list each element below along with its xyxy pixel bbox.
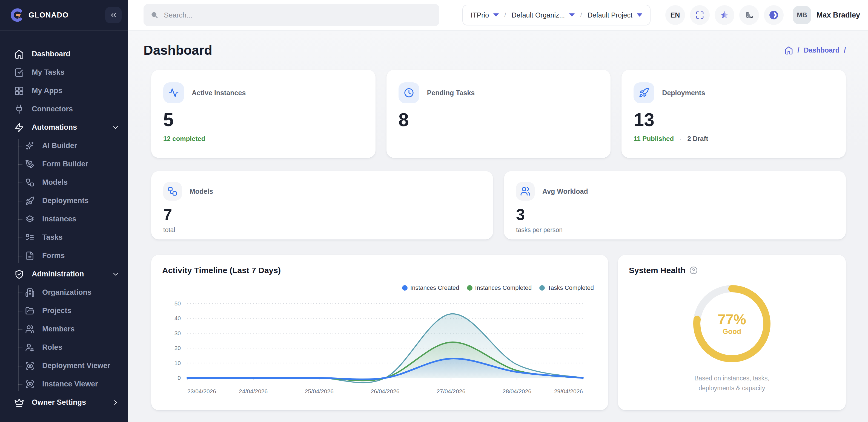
sidebar-item-instance-viewer[interactable]: Instance Viewer: [0, 375, 128, 393]
check-square-icon: [14, 68, 24, 77]
stat-label: Deployments: [662, 89, 705, 97]
sidebar-item-label: Tasks: [42, 233, 63, 242]
sidebar-item-automations[interactable]: Automations: [0, 118, 128, 136]
sidebar-item-connectors[interactable]: Connectors: [0, 100, 128, 118]
rocket-icon: [639, 88, 649, 98]
fullscreen-button[interactable]: [690, 5, 710, 25]
legend-item[interactable]: Tasks Completed: [539, 284, 594, 291]
sidebar-item-members[interactable]: Members: [0, 320, 128, 338]
svg-text:25/04/2026: 25/04/2026: [305, 388, 334, 394]
legend-item[interactable]: Instances Completed: [467, 284, 532, 291]
sidebar-item-label: Administration: [32, 270, 112, 278]
sidebar-item-label: Dashboard: [32, 50, 119, 58]
sidebar-item-label: Members: [42, 325, 75, 333]
project-selector[interactable]: Default Project: [588, 11, 642, 19]
sidebar-item-instances[interactable]: Instances: [0, 210, 128, 228]
stat-label: Pending Tasks: [427, 89, 475, 97]
users-icon: [520, 186, 531, 196]
main-area: ITPrio / Default Organiz... / Default Pr…: [128, 0, 868, 422]
sidebar-item-models[interactable]: Models: [0, 173, 128, 192]
stat-footer: 12 completed: [163, 135, 364, 142]
sparkles-icon: [25, 141, 34, 151]
sidebar-item-label: Organizations: [42, 288, 92, 297]
svg-text:27/04/2026: 27/04/2026: [437, 388, 465, 394]
contrast-button[interactable]: [764, 5, 784, 25]
chevron-down-icon: [112, 270, 119, 278]
search-icon: [150, 10, 159, 20]
breadcrumb-current[interactable]: Dashboard: [804, 46, 839, 54]
models-card: Models 7 total: [151, 171, 493, 239]
organization-selector-label: Default Organiz...: [512, 11, 565, 19]
dashboard-rows: Active Instances 5 12 completed Pending …: [128, 68, 868, 410]
sidebar-item-projects[interactable]: Projects: [0, 301, 128, 320]
health-gauge: 77% Good: [691, 283, 773, 365]
sidebar-item-forms[interactable]: Forms: [0, 247, 128, 265]
caret-down-icon: [637, 13, 642, 17]
star-icon: [719, 10, 730, 20]
rocket-icon: [25, 196, 34, 205]
page-head: Dashboard / Dashboard /: [128, 31, 868, 68]
home-icon: [14, 49, 24, 59]
sidebar-item-my-tasks[interactable]: My Tasks: [0, 63, 128, 82]
caret-down-icon: [493, 13, 499, 17]
plug-icon: [14, 104, 24, 114]
favorites-button[interactable]: [715, 5, 734, 25]
activity-timeline-chart[interactable]: 0102030405023/04/202624/04/202625/04/202…: [162, 295, 598, 408]
folder-open-icon: [25, 306, 34, 316]
sidebar-item-label: Deployments: [42, 196, 89, 205]
project-selector-label: Default Project: [588, 11, 632, 19]
app-selector[interactable]: ITPrio: [471, 11, 499, 19]
sidebar-item-form-builder[interactable]: Form Builder: [0, 155, 128, 173]
user-menu[interactable]: MB Max Bradley: [793, 6, 860, 24]
svg-text:29/04/2026: 29/04/2026: [554, 388, 583, 394]
search-input[interactable]: [164, 11, 433, 20]
sidebar-item-label: My Tasks: [32, 68, 119, 77]
health-percent: 77%: [718, 312, 746, 327]
stat-icon-tile: [163, 83, 184, 103]
svg-text:24/04/2026: 24/04/2026: [239, 388, 268, 394]
logo[interactable]: GLONADO: [10, 8, 68, 22]
health-footnote-line2: deployments & capacity: [694, 383, 769, 393]
automations-submenu: AI Builder Form Builder Models Deploymen…: [0, 136, 128, 265]
legend-dot: [467, 285, 472, 291]
stat-icon-tile: [633, 83, 654, 103]
workflow-icon: [25, 178, 34, 187]
pen-tool-icon: [25, 160, 34, 169]
sidebar-item-deployments[interactable]: Deployments: [0, 192, 128, 210]
organization-selector[interactable]: Default Organiz...: [512, 11, 575, 19]
sidebar-item-dashboard[interactable]: Dashboard: [0, 45, 128, 63]
stat-label: Models: [190, 188, 213, 195]
active-instances-card: Active Instances 5 12 completed: [151, 70, 375, 158]
stat-value: 7: [163, 206, 481, 223]
chevron-down-icon: [112, 124, 119, 131]
system-health-card: System Health 77% Good Based on instance…: [618, 255, 846, 410]
sidebar-nav: Dashboard My Tasks My Apps Connectors Au…: [0, 31, 128, 412]
home-icon[interactable]: [784, 46, 793, 55]
scan-eye-icon: [25, 361, 34, 370]
sidebar-item-owner-settings[interactable]: Owner Settings: [0, 393, 128, 412]
sidebar-item-tasks[interactable]: Tasks: [0, 228, 128, 247]
sidebar-header: GLONADO: [0, 0, 128, 31]
file-text-icon: [25, 251, 34, 261]
help-circle-icon[interactable]: [689, 266, 698, 274]
sidebar-collapse-button[interactable]: [105, 7, 122, 23]
legend-label: Instances Created: [410, 284, 459, 291]
svg-text:26/04/2026: 26/04/2026: [371, 388, 399, 394]
svg-text:0: 0: [178, 375, 181, 381]
sidebar-item-label: AI Builder: [42, 141, 77, 150]
context-separator: /: [580, 11, 582, 19]
chart-title: Activity Timeline (Last 7 Days): [162, 266, 598, 275]
sidebar-item-label: Deployment Viewer: [42, 361, 111, 370]
sidebar-item-organizations[interactable]: Organizations: [0, 283, 128, 301]
contrast-icon: [769, 10, 779, 20]
legend-label: Instances Completed: [475, 284, 532, 291]
sidebar-item-administration[interactable]: Administration: [0, 265, 128, 283]
theme-button[interactable]: [739, 5, 759, 25]
sidebar-item-ai-builder[interactable]: AI Builder: [0, 136, 128, 155]
sidebar-item-my-apps[interactable]: My Apps: [0, 82, 128, 100]
language-button[interactable]: EN: [665, 5, 685, 25]
legend-item[interactable]: Instances Created: [402, 284, 459, 291]
sidebar-item-roles[interactable]: Roles: [0, 338, 128, 357]
sidebar-item-deployment-viewer[interactable]: Deployment Viewer: [0, 357, 128, 375]
stat-footer: tasks per person: [516, 226, 834, 234]
